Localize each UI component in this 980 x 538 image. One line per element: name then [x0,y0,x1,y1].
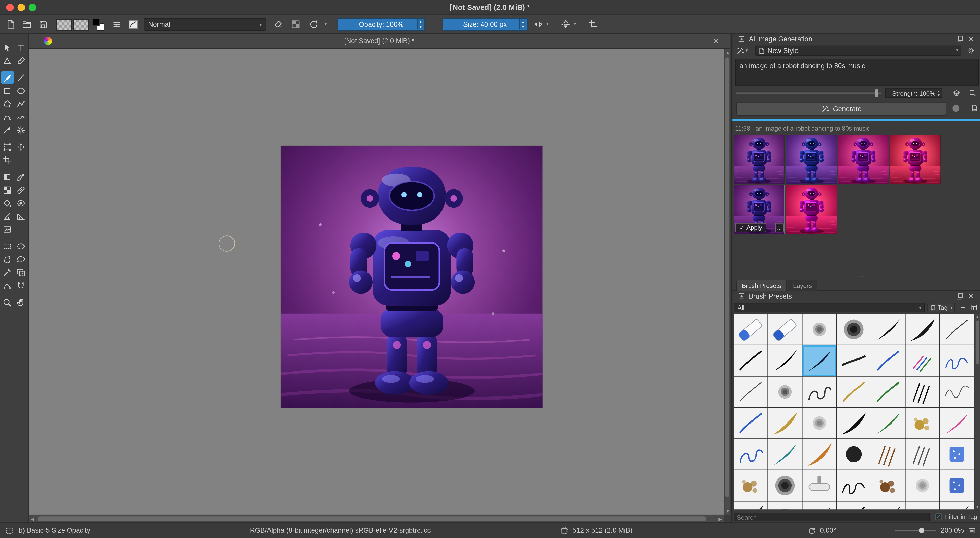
horizontal-scroll-thumb[interactable] [38,516,706,521]
vertical-scroll-thumb[interactable] [725,57,729,497]
panel-splitter-handle[interactable]: ······ [732,274,980,280]
close-document-button[interactable]: ✕ [711,36,721,46]
brush-preset-cell[interactable] [871,439,905,470]
mirror-horizontal-caret-icon[interactable]: ▾ [546,21,549,27]
tool-move[interactable] [15,141,27,153]
tool-gradient[interactable] [1,171,14,183]
edit-brush-settings-button[interactable] [110,18,124,30]
tool-bezier-select[interactable] [1,279,14,292]
style-dropdown[interactable]: New Style ▾ [755,46,961,56]
brush-preset-cell[interactable] [768,314,802,345]
style-menu-button[interactable]: ▾ [735,46,752,56]
tool-enclose-fill[interactable] [15,197,27,209]
brush-preset-cell[interactable] [837,376,870,407]
brush-preset-cell[interactable] [802,314,836,345]
preset-scroll-thumb[interactable] [976,320,980,364]
scroll-up-icon[interactable]: ▲ [725,50,730,54]
scroll-down-icon[interactable]: ▼ [976,505,980,509]
queue-status-icon[interactable] [953,105,959,112]
mirror-horizontal-button[interactable] [531,18,545,30]
opacity-spinner[interactable]: ▲▼ [417,19,424,29]
brush-preset-cell[interactable] [802,470,836,501]
brush-preset-cell[interactable] [734,501,767,510]
preserve-alpha-button[interactable] [289,18,302,30]
brush-preset-cell[interactable] [906,376,939,407]
selection-mode-icon[interactable] [5,526,14,535]
brush-preset-cell[interactable] [768,439,802,470]
list-view-button[interactable] [958,303,967,313]
brush-preset-cell[interactable] [871,376,905,407]
brush-preset-cell[interactable] [837,501,870,510]
tab-brush-presets[interactable]: Brush Presets [736,280,787,291]
float-docker-icon[interactable] [956,35,964,43]
blending-mode-dropdown[interactable]: Normal ▾ [144,18,266,30]
scroll-up-icon[interactable]: ▲ [976,315,980,319]
tool-reference-images[interactable] [1,223,14,235]
generated-thumbnail-2[interactable] [786,135,837,184]
close-docker-icon[interactable]: ✕ [967,35,975,43]
new-document-button[interactable] [4,18,18,30]
brush-preset-cell[interactable] [906,314,939,345]
mirror-vertical-caret-icon[interactable]: ▾ [574,21,576,27]
tool-pattern-edit[interactable] [1,184,14,196]
tool-freehand-select[interactable] [15,253,27,265]
mirror-vertical-button[interactable] [558,18,573,30]
brush-preset-cell[interactable] [768,408,802,438]
brush-preset-cell[interactable] [734,408,767,438]
generation-settings-button[interactable] [970,104,979,113]
scroll-right-icon[interactable]: ▶ [718,517,722,521]
gradient-swatch[interactable] [56,19,72,30]
eraser-mode-button[interactable] [271,18,285,30]
opacity-slider[interactable]: Opacity: 100% ▲▼ [337,18,425,30]
strength-slider[interactable] [736,92,881,94]
tool-color-sampler[interactable] [15,171,27,183]
brush-size-spinner[interactable]: ▲▼ [519,19,526,29]
brush-preset-cell[interactable] [906,408,939,438]
detail-view-button[interactable] [969,303,979,313]
brush-preset-cell[interactable] [768,376,802,407]
tool-crop[interactable] [1,154,14,166]
brush-preset-cell[interactable] [768,345,802,376]
tool-transform[interactable] [1,141,14,153]
tool-rectangle[interactable] [1,84,14,97]
generated-thumbnail-4[interactable] [890,135,940,184]
rotation-reset-icon[interactable] [808,526,816,535]
brush-preset-cell[interactable] [734,314,767,345]
tool-edit-shapes[interactable] [1,54,14,67]
brush-preset-cell[interactable] [940,439,974,470]
style-settings-button[interactable] [966,46,976,56]
brush-preset-cell[interactable] [940,314,974,345]
canvas-area[interactable] [29,49,724,514]
brush-preset-cell[interactable] [802,501,836,510]
brush-preset-cell[interactable] [871,345,905,376]
foreground-background-colors[interactable] [92,19,104,30]
brush-preset-cell[interactable] [837,314,870,345]
brush-preset-cell[interactable] [802,376,836,407]
generate-button[interactable]: Generate [736,102,946,116]
brush-preset-cell[interactable] [906,439,939,470]
canvas-only-mode-icon[interactable] [967,526,976,535]
more-options-button[interactable]: ... [775,223,784,232]
tool-calligraphy[interactable] [15,54,27,67]
brush-preset-cell[interactable] [802,345,836,376]
tab-layers[interactable]: Layers [788,280,818,291]
generated-thumbnail-5[interactable]: ✓Apply... [734,185,784,233]
brush-preset-cell[interactable] [837,408,870,438]
tool-zoom[interactable] [1,296,14,308]
layer-options-button[interactable] [951,88,961,98]
tool-contiguous-select[interactable] [1,266,14,278]
tool-polyline[interactable] [15,97,27,110]
tool-pan[interactable] [15,296,27,308]
generated-thumbnail-3[interactable] [838,135,889,184]
preset-grid-scrollbar[interactable]: ▲ ▼ [975,314,980,510]
scroll-left-icon[interactable]: ◀ [30,517,34,521]
brush-preset-cell[interactable] [871,470,905,501]
tag-button[interactable]: Tag ▾ [928,303,955,313]
search-input[interactable] [734,513,930,521]
filter-in-tag-checkbox[interactable]: ✓ [935,513,942,520]
brush-preset-cell[interactable] [906,345,939,376]
float-docker-icon[interactable] [956,292,964,300]
generated-thumbnail-1[interactable] [734,135,784,184]
brush-preset-cell[interactable] [940,408,974,438]
tool-bezier-curve[interactable] [1,110,14,123]
